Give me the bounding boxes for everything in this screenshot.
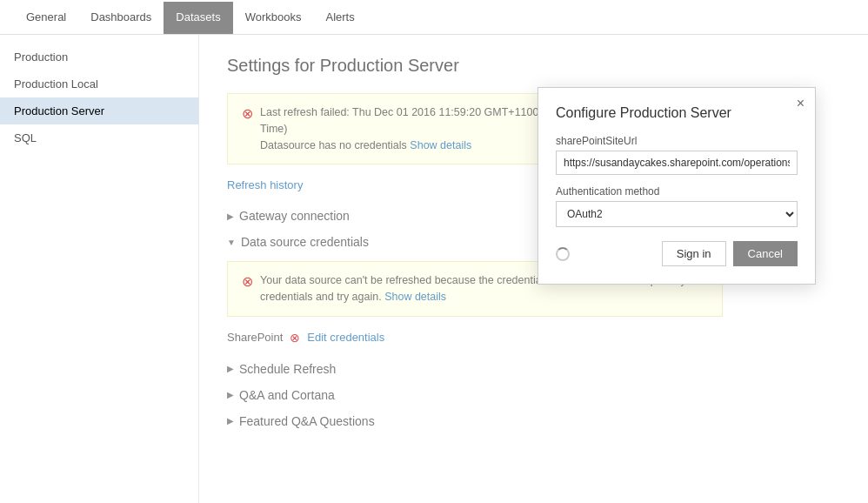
auth-method-select[interactable]: OAuth2 Anonymous Windows: [556, 201, 798, 227]
nav-workbooks[interactable]: Workbooks: [233, 2, 314, 34]
sidebar-item-production-server[interactable]: Production Server: [0, 97, 198, 124]
main-content: Settings for Production Server ⊗ Last re…: [199, 35, 868, 503]
sidebar-item-sql[interactable]: SQL: [0, 124, 198, 151]
nav-datasets[interactable]: Datasets: [164, 2, 232, 34]
cancel-button[interactable]: Cancel: [733, 241, 798, 266]
nav-dashboards[interactable]: Dashboards: [78, 2, 164, 34]
sidebar-item-production[interactable]: Production: [0, 44, 198, 70]
loading-spinner: [556, 247, 570, 261]
nav-general[interactable]: General: [14, 2, 78, 34]
modal-overlay: × Configure Production Server sharePoint…: [199, 35, 868, 503]
auth-field-label: Authentication method: [556, 185, 798, 198]
modal-footer: Sign in Cancel: [556, 241, 798, 266]
modal-close-button[interactable]: ×: [797, 97, 805, 111]
modal-title: Configure Production Server: [556, 105, 798, 121]
configure-modal: × Configure Production Server sharePoint…: [537, 87, 816, 285]
url-field-label: sharePointSiteUrl: [556, 135, 798, 147]
top-navigation: General Dashboards Datasets Workbooks Al…: [0, 0, 868, 35]
sidebar-item-production-local[interactable]: Production Local: [0, 70, 198, 97]
sign-in-button[interactable]: Sign in: [662, 241, 726, 266]
sidebar: Production Production Local Production S…: [0, 35, 199, 503]
nav-alerts[interactable]: Alerts: [313, 2, 366, 34]
url-input[interactable]: [556, 151, 798, 175]
